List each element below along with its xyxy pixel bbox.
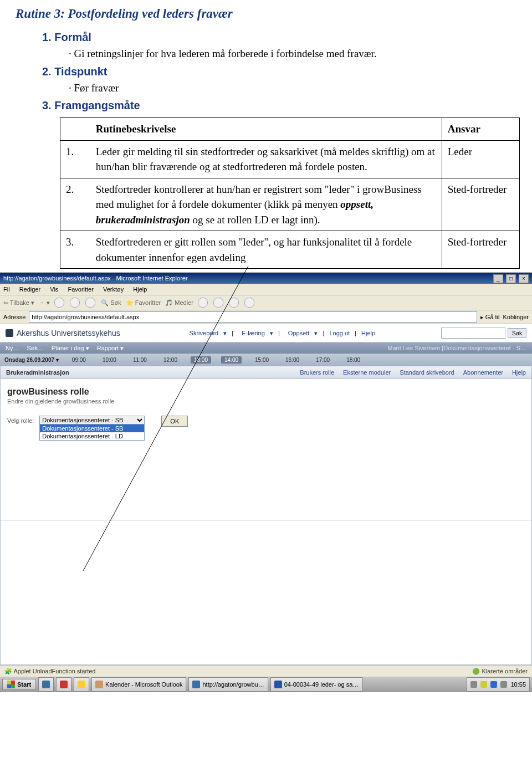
- taskbar-item[interactable]: 04-00034-49 leder- og sa…: [270, 677, 363, 692]
- ie-title-text: http://agaton/growbusiness/default.aspx …: [3, 273, 188, 284]
- tray-icon[interactable]: [500, 681, 507, 688]
- timeline-slot[interactable]: 14:00: [221, 356, 242, 364]
- menu-oppsett[interactable]: Oppsett ▾: [285, 330, 318, 336]
- taskbar-item[interactable]: Kalender - Microsoft Outlook: [91, 677, 186, 692]
- subbar-planer[interactable]: Planer i dag ▾: [52, 345, 89, 352]
- quicklaunch-icon[interactable]: [56, 677, 71, 692]
- ie-addressbar[interactable]: Adresse ▸ Gå til Koblinger: [0, 310, 532, 324]
- menu-hjelp[interactable]: Hjelp: [133, 286, 147, 293]
- stop-icon[interactable]: [54, 298, 64, 308]
- ok-button[interactable]: OK: [161, 416, 188, 427]
- timeline-slot[interactable]: 13:00: [191, 356, 211, 364]
- menu-fil[interactable]: Fil: [3, 286, 10, 293]
- mail-icon[interactable]: [213, 298, 223, 308]
- tray-icon[interactable]: [470, 681, 477, 688]
- edit-icon[interactable]: [244, 298, 254, 308]
- system-tray[interactable]: 10:55: [467, 677, 530, 692]
- search-button[interactable]: 🔍 Søk: [101, 295, 121, 310]
- gb-title: growBusiness rolle: [7, 387, 525, 397]
- app-header: Akershus Universitetssykehus Skrivebord …: [0, 324, 532, 342]
- refresh-icon[interactable]: [70, 298, 80, 308]
- menu-rediger[interactable]: Rediger: [19, 286, 41, 293]
- timeline[interactable]: Onsdag 26.09.2007 ▾ 09:00 10:00 11:00 12…: [0, 354, 532, 366]
- minimize-icon[interactable]: _: [493, 274, 503, 283]
- timeline-slot[interactable]: 10:00: [99, 356, 120, 364]
- app-search[interactable]: Søk: [441, 328, 526, 339]
- start-button[interactable]: Start: [2, 679, 36, 690]
- subbar-ny[interactable]: Ny…: [6, 345, 19, 351]
- logo-icon: [6, 329, 13, 337]
- document-body: Rutine 3: Postfordeling ved leders fravæ…: [0, 0, 532, 269]
- tab-hjelp[interactable]: Hjelp: [512, 369, 526, 376]
- tab-abonnementer[interactable]: Abonnementer: [463, 369, 503, 376]
- taskbar-item[interactable]: http://agaton/growbu…: [188, 677, 268, 692]
- taskbar[interactable]: Start Kalender - Microsoft Outlook http:…: [0, 677, 532, 692]
- tab-eksterne-moduler[interactable]: Eksterne moduler: [343, 369, 391, 376]
- menu-skrivebord[interactable]: Skrivebord ▾: [186, 330, 227, 336]
- favorites-button[interactable]: ⭐ Favoritter: [126, 295, 161, 310]
- table-header-desc: Rutinebeskrivelse: [90, 118, 442, 141]
- ie-toolbar[interactable]: ⇦ Tilbake ▾ → ▾ 🔍 Søk ⭐ Favoritter 🎵 Med…: [0, 295, 532, 310]
- section-2-heading: 2. Tidspunkt: [42, 65, 516, 78]
- table-row: 2. Stedfortreder kontrollerer at hun/han…: [60, 178, 520, 231]
- table-header-empty: [60, 118, 90, 141]
- page-title: Rutine 3: Postfordeling ved leders fravæ…: [16, 7, 516, 21]
- forward-button[interactable]: → ▾: [39, 295, 50, 310]
- subbar-rapport[interactable]: Rapport ▾: [97, 345, 124, 352]
- role-option[interactable]: Dokumentasjonssenteret - LD: [40, 432, 144, 440]
- ie-menubar[interactable]: Fil Rediger Vis Favoritter Verktøy Hjelp: [0, 284, 532, 295]
- back-button[interactable]: ⇦ Tilbake ▾: [3, 295, 34, 310]
- tab-standard-skrivebord[interactable]: Standard skrivebord: [400, 369, 454, 376]
- app-menu[interactable]: Skrivebord ▾ | E-læring ▾ | Oppsett ▾ | …: [183, 330, 379, 337]
- timeline-slot[interactable]: 18:00: [343, 356, 364, 364]
- ie-titlebar: http://agaton/growbusiness/default.aspx …: [0, 273, 532, 284]
- menu-verktoy[interactable]: Verktøy: [103, 286, 124, 293]
- app-subbar[interactable]: Ny… Søk… Planer i dag ▾ Rapport ▾ Marit …: [0, 342, 532, 354]
- search-button[interactable]: Søk: [508, 328, 526, 338]
- tray-icon[interactable]: [480, 681, 487, 688]
- tray-icon[interactable]: [490, 681, 497, 688]
- role-select[interactable]: Dokumentasjonssenteret - SB: [39, 416, 145, 425]
- timeline-slot[interactable]: 09:00: [69, 356, 89, 364]
- quicklaunch-icon[interactable]: [38, 677, 54, 692]
- menu-vis[interactable]: Vis: [50, 286, 58, 293]
- address-input[interactable]: [29, 311, 477, 323]
- links-label[interactable]: Koblinger: [503, 314, 529, 320]
- subbar-sok[interactable]: Søk…: [27, 345, 44, 351]
- search-input[interactable]: [441, 328, 505, 339]
- menu-elaering[interactable]: E-læring ▾: [238, 330, 273, 336]
- section-1-heading: 1. Formål: [42, 31, 516, 44]
- role-dropdown-open[interactable]: Dokumentasjonssenteret - SB Dokumentasjo…: [39, 425, 145, 441]
- tab-brukers-rolle[interactable]: Brukers rolle: [300, 369, 334, 376]
- role-option[interactable]: Dokumentasjonssenteret - SB: [40, 425, 144, 432]
- embedded-screenshot: http://agaton/growbusiness/default.aspx …: [0, 272, 532, 692]
- window-buttons[interactable]: _ □ ×: [492, 273, 529, 284]
- timeline-slot[interactable]: 15:00: [252, 356, 272, 364]
- quicklaunch-icon[interactable]: [74, 677, 89, 692]
- section-3-heading: 3. Framgangsmåte: [42, 99, 516, 112]
- panel-tabs[interactable]: Brukers rolle Eksterne moduler Standard …: [300, 369, 526, 376]
- timeline-slot[interactable]: 12:00: [160, 356, 181, 364]
- home-icon[interactable]: [85, 298, 95, 308]
- print-icon[interactable]: [229, 298, 239, 308]
- timeline-slot[interactable]: 16:00: [282, 356, 303, 364]
- status-right: 🟢 Klarerte områder: [472, 668, 528, 675]
- menu-loggut[interactable]: Logg ut: [329, 330, 350, 336]
- clock: 10:55: [510, 681, 526, 688]
- menu-hjelp[interactable]: Hjelp: [361, 330, 375, 336]
- panel-body: growBusiness rolle Endre din gjeldende g…: [0, 379, 532, 520]
- timeline-slot[interactable]: 11:00: [130, 356, 150, 364]
- media-button[interactable]: 🎵 Medier: [165, 295, 193, 310]
- subbar-user: Marit Lea Sivertsen [Dokumentasjonssente…: [387, 345, 526, 351]
- menu-favoritter[interactable]: Favoritter: [68, 286, 93, 293]
- timeline-slot[interactable]: 17:00: [313, 356, 333, 364]
- go-button[interactable]: ▸ Gå til: [480, 314, 500, 321]
- close-icon[interactable]: ×: [519, 274, 529, 283]
- role-row: Velg rolle: Dokumentasjonssenteret - SB …: [7, 416, 525, 441]
- maximize-icon[interactable]: □: [506, 274, 516, 283]
- history-icon[interactable]: [198, 298, 208, 308]
- table-row: 1. Leder gir melding til sin stedfortred…: [60, 140, 520, 178]
- procedure-table: Rutinebeskrivelse Ansvar 1. Leder gir me…: [60, 117, 520, 269]
- address-label: Adresse: [3, 314, 25, 320]
- role-label: Velg rolle:: [7, 416, 34, 424]
